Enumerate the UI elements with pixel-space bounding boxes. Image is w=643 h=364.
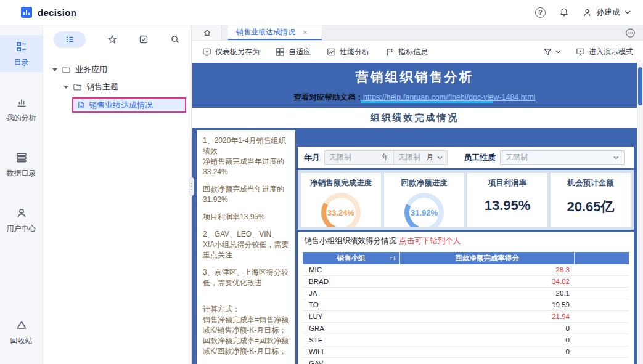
summary-line: 1、2020年1-4月销售组织绩效 bbox=[203, 135, 289, 156]
group-name-cell: GRA bbox=[303, 325, 400, 332]
stub-cell bbox=[575, 323, 629, 334]
tab-sales-performance[interactable]: 销售业绩达成情况 × bbox=[228, 25, 322, 40]
tree-node-label: 销售主题 bbox=[86, 81, 118, 92]
user-menu[interactable]: 孙建成 bbox=[583, 7, 631, 18]
topbar-actions: ? 孙建成 bbox=[535, 7, 643, 18]
help-icon[interactable]: ? bbox=[535, 7, 546, 18]
sidebar-item-catalog[interactable]: 目录 bbox=[0, 35, 43, 72]
table-row[interactable]: WILL 0 bbox=[303, 346, 629, 358]
stub-cell bbox=[575, 311, 629, 322]
dashboard-canvas: 营销组织销售分析 查看对应帮助文档：https://help.fanruan.c… bbox=[192, 63, 643, 364]
table-row[interactable]: JA 20.1 bbox=[303, 288, 629, 299]
table-row[interactable]: LUY 21.94 bbox=[303, 311, 629, 323]
multi-select-button[interactable] bbox=[139, 34, 149, 44]
tree-node-label: 业务应用 bbox=[75, 64, 107, 75]
chevron-down-icon bbox=[625, 10, 631, 14]
year-filter[interactable]: 无限制 年 bbox=[325, 151, 394, 164]
kpi-value: 20.65亿 bbox=[567, 198, 614, 216]
adaptive-button[interactable]: 自适应 bbox=[276, 47, 311, 57]
summary-line: 净销售额完成当年进度的33.24% bbox=[203, 156, 289, 177]
kpi-card-opportunity-amount: 机会预计金额 20.65亿 bbox=[551, 173, 631, 227]
present-mode-button[interactable]: 进入演示模式 bbox=[576, 47, 633, 57]
group-name-cell: BRAD bbox=[303, 278, 400, 285]
score-cell: 20.1 bbox=[400, 289, 575, 297]
tree-leaf-label: 销售业绩达成情况 bbox=[89, 100, 153, 111]
funnel-icon bbox=[543, 47, 552, 57]
performance-analysis-button[interactable]: 性能分析 bbox=[327, 47, 369, 57]
table-row[interactable]: GAV bbox=[303, 358, 629, 364]
sidebar-item-user-center[interactable]: 用户中心 bbox=[0, 201, 43, 238]
score-cell: 28.3 bbox=[400, 266, 575, 273]
panel-collapse-handle[interactable] bbox=[189, 177, 194, 196]
tab-options-button[interactable] bbox=[625, 25, 643, 40]
chevron-down-icon bbox=[437, 156, 443, 160]
help-doc-link[interactable]: https://help.fanruan.com/finebi/doc-view… bbox=[363, 93, 535, 102]
user-icon bbox=[15, 207, 28, 219]
sidebar-item-recycle-bin[interactable]: 回收站 bbox=[0, 313, 43, 350]
month-filter[interactable]: 无限制 月 bbox=[394, 151, 447, 164]
table-row[interactable]: TO 19.59 bbox=[303, 299, 629, 311]
search-button[interactable] bbox=[170, 34, 180, 44]
group-name-cell: GAV bbox=[303, 360, 400, 364]
score-cell: 0 bbox=[400, 348, 575, 355]
score-table: 销售小组 回款净额完成率得分 bbox=[303, 252, 629, 364]
stub-cell bbox=[575, 264, 629, 275]
chevron-down-icon bbox=[555, 50, 561, 54]
staff-type-label: 员工性质 bbox=[464, 152, 496, 163]
staff-type-filter[interactable]: 无限制 bbox=[500, 150, 625, 165]
table-row[interactable]: GRA 0 bbox=[303, 323, 629, 334]
sidebar-item-my-analysis[interactable]: 我的分析 bbox=[0, 91, 43, 127]
month-filter-value: 无限制 bbox=[398, 152, 420, 163]
table-row[interactable]: MIC 28.3 bbox=[303, 264, 629, 276]
save-as-label: 仪表板另存为 bbox=[215, 47, 260, 57]
year-filter-value: 无限制 bbox=[329, 152, 351, 163]
kpi-title: 回款净额进度 bbox=[401, 178, 448, 188]
gauge-value: 31.92% bbox=[411, 208, 438, 217]
table-header-row: 销售小组 回款净额完成率得分 bbox=[303, 252, 629, 264]
kpi-card-profit-rate: 项目利润率 13.95% bbox=[467, 173, 547, 227]
tree-node-sales-theme[interactable]: 销售主题 bbox=[44, 78, 191, 95]
dashboard-banner: 营销组织销售分析 查看对应帮助文档：https://help.fanruan.c… bbox=[192, 63, 637, 108]
scrollbar-thumb[interactable] bbox=[638, 67, 642, 105]
tree-leaf-sales-performance[interactable]: 销售业绩达成情况 bbox=[72, 97, 186, 113]
sidebar-item-data-catalog[interactable]: 数据目录 bbox=[0, 146, 43, 183]
sidebar-item-label: 回收站 bbox=[10, 336, 33, 346]
dashboard-right-column: 年月 无限制 年 无限制 月 员工性质 bbox=[298, 130, 634, 364]
catalog-icon bbox=[15, 41, 28, 53]
main-area: 销售业绩达成情况 × 仪表板另存为 自适应 bbox=[192, 25, 643, 364]
header-score[interactable]: 回款净额完成率得分 bbox=[400, 252, 575, 264]
table-row[interactable]: STE 0 bbox=[303, 334, 629, 346]
header-sales-group[interactable]: 销售小组 bbox=[303, 252, 400, 264]
directory-tree: 业务应用 销售主题 销售业绩达成情况 bbox=[44, 61, 191, 113]
filter-button[interactable] bbox=[543, 47, 561, 57]
group-name-cell: MIC bbox=[303, 266, 400, 273]
header-label: 销售小组 bbox=[337, 254, 366, 263]
help-doc-prefix: 查看对应帮助文档： bbox=[294, 93, 364, 102]
group-name-cell: JA bbox=[303, 289, 400, 297]
tab-home[interactable] bbox=[192, 25, 222, 40]
chevron-down-icon bbox=[613, 156, 619, 160]
indicator-info-button[interactable]: 指标信息 bbox=[385, 47, 428, 57]
year-month-label: 年月 bbox=[304, 152, 320, 163]
year-unit: 年 bbox=[382, 152, 389, 163]
primary-sidebar: 目录 我的分析 数据目录 用户中心 回收站 bbox=[0, 25, 43, 364]
bar-chart-icon bbox=[15, 96, 28, 108]
summary-line: 2、GAV、LEO、VIN、XIA小组总得分较低，需要重点关注 bbox=[203, 229, 289, 261]
list-view-toggle[interactable] bbox=[54, 31, 86, 48]
score-cell: 21.94 bbox=[400, 313, 575, 320]
caret-down-icon[interactable] bbox=[52, 68, 57, 71]
home-icon bbox=[203, 28, 211, 37]
kpi-title: 净销售额完成进度 bbox=[310, 178, 372, 188]
vertical-scrollbar[interactable] bbox=[637, 63, 643, 364]
year-month-filter[interactable]: 无限制 年 无限制 月 bbox=[324, 150, 448, 165]
gauge-chart: 33.24% bbox=[321, 193, 361, 227]
favorites-button[interactable] bbox=[107, 34, 117, 44]
save-as-button[interactable]: 仪表板另存为 bbox=[202, 47, 260, 57]
table-row[interactable]: BRAD 34.02 bbox=[303, 276, 629, 288]
tab-close-icon[interactable]: × bbox=[303, 28, 308, 36]
tree-node-business-app[interactable]: 业务应用 bbox=[44, 61, 191, 78]
caption-text: 销售小组组织绩效得分情况 bbox=[304, 237, 396, 245]
notification-bell-icon[interactable] bbox=[559, 7, 569, 17]
summary-line: 回款净额完成率=回款净额减K/回款净额-K-月目标； bbox=[203, 336, 289, 357]
caret-down-icon[interactable] bbox=[63, 86, 68, 89]
